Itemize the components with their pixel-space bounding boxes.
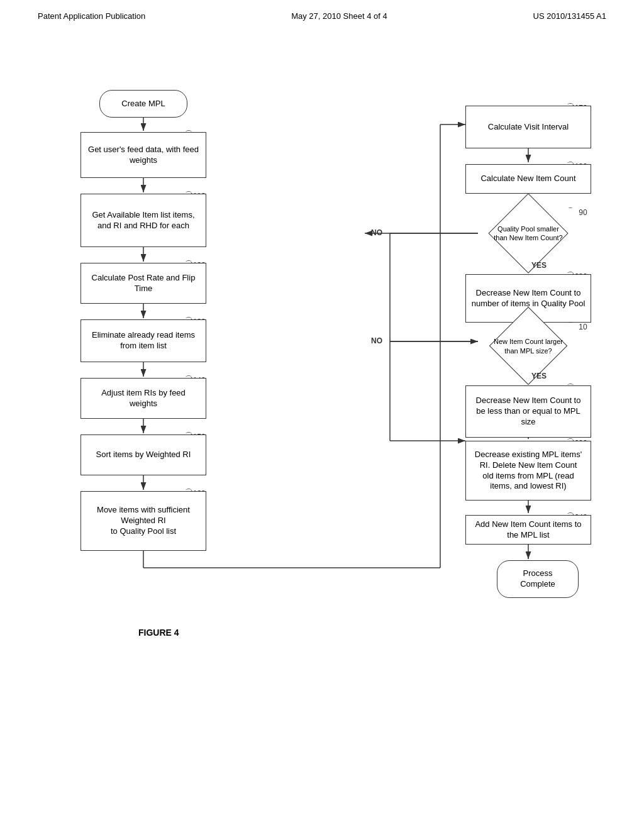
figure-caption: FIGURE 4: [138, 628, 179, 638]
header-left: Patent Application Publication: [38, 11, 145, 21]
box-4140: Adjust item RIs by feed weights: [80, 378, 206, 419]
box-4160: Move items with sufficient Weighted RI t…: [80, 491, 206, 551]
no-label-4190: NO: [371, 228, 382, 237]
create-mpl-box: Create MPL: [99, 90, 187, 118]
box-4110: Get Available Item list items, and RI an…: [80, 194, 206, 247]
diamond-4190: Quality Pool smaller than New Item Count…: [478, 208, 579, 258]
label-4110: Get Available Item list items, and RI an…: [92, 210, 194, 231]
box-4150: Sort items by Weighted RI: [80, 434, 206, 475]
box-4180: Calculate New Item Count: [465, 164, 591, 194]
yes-label-4210: YES: [531, 372, 547, 380]
label-4180: Calculate New Item Count: [480, 174, 575, 184]
box-4240: Add New Item Count items to the MPL list: [465, 515, 591, 545]
label-4220: Decrease New Item Count to be less than …: [476, 396, 581, 428]
diagram-area: Create MPL 4100 ⌒ Get user's feed data, …: [0, 33, 644, 813]
process-complete-label: Process Complete: [520, 568, 555, 590]
label-4170: Calculate Visit Interval: [488, 122, 569, 133]
label-4200: Decrease New Item Count to number of ite…: [472, 288, 586, 309]
label-4190: Quality Pool smaller than New Item Count…: [494, 224, 562, 243]
create-mpl-label: Create MPL: [121, 99, 165, 109]
label-4230: Decrease existing MPL items' RI. Delete …: [475, 450, 582, 492]
process-complete-box: Process Complete: [497, 560, 579, 598]
box-4100: Get user's feed data, with feed weights: [80, 132, 206, 178]
no-label-4210: NO: [371, 336, 382, 345]
yes-label-4190: YES: [531, 261, 547, 270]
box-4170: Calculate Visit Interval: [465, 106, 591, 148]
label-4130: Eliminate already read items from item l…: [92, 330, 195, 351]
label-4100: Get user's feed data, with feed weights: [88, 145, 199, 166]
label-4210: New Item Count larger than MPL size?: [494, 337, 563, 355]
label-4240: Add New Item Count items to the MPL list: [475, 519, 581, 541]
page-header: Patent Application Publication May 27, 2…: [0, 0, 644, 27]
header-center: May 27, 2010 Sheet 4 of 4: [291, 11, 387, 21]
box-4230: Decrease existing MPL items' RI. Delete …: [465, 441, 591, 501]
diamond-4210: New Item Count larger than MPL size?: [478, 323, 579, 370]
label-4120: Calculate Post Rate and Flip Time: [92, 273, 196, 294]
header-right: US 2010/131455 A1: [533, 11, 606, 21]
box-4120: Calculate Post Rate and Flip Time: [80, 263, 206, 304]
box-4130: Eliminate already read items from item l…: [80, 319, 206, 362]
label-4160: Move items with sufficient Weighted RI t…: [97, 505, 190, 537]
label-4150: Sort items by Weighted RI: [96, 450, 191, 460]
label-4140: Adjust item RIs by feed weights: [101, 388, 186, 409]
box-4220: Decrease New Item Count to be less than …: [465, 385, 591, 438]
